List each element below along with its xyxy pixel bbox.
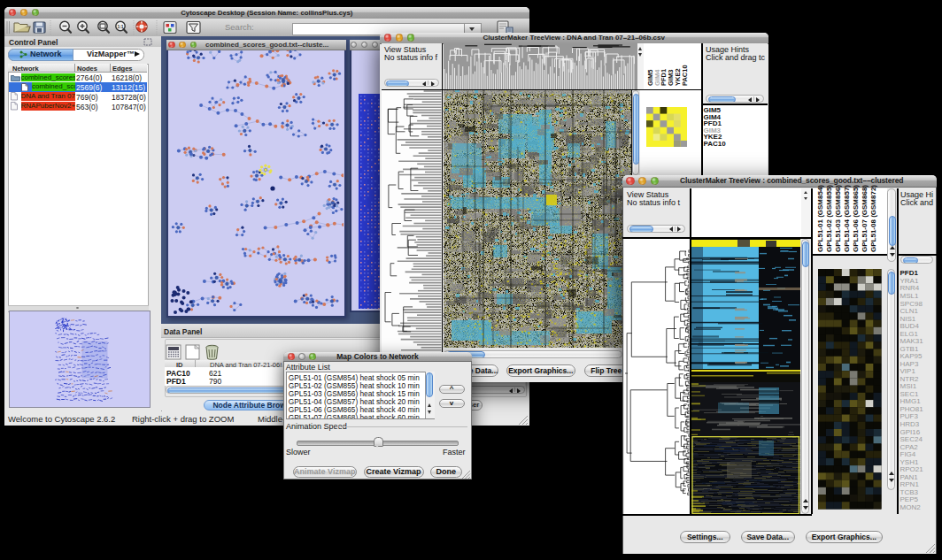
svg-text:1:1: 1:1 <box>117 24 123 29</box>
svg-text:Search:: Search: <box>225 22 254 32</box>
